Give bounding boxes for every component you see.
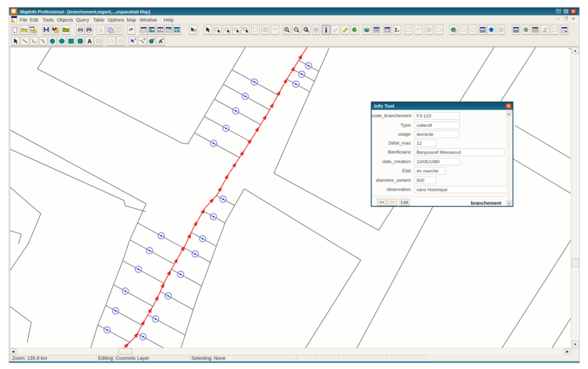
svg-text:A: A (87, 38, 92, 44)
svg-text:Σ: Σ (395, 27, 398, 32)
svg-text:x: x (398, 29, 399, 32)
svg-text:Q: Q (305, 28, 307, 31)
svg-text:?: ? (194, 29, 196, 33)
